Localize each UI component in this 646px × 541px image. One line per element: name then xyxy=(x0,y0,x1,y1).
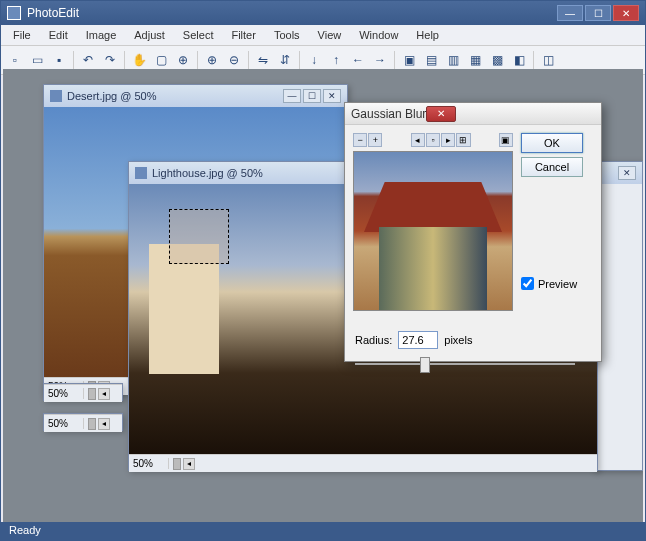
arrow-right-icon[interactable]: → xyxy=(370,50,390,70)
menu-filter[interactable]: Filter xyxy=(223,27,263,43)
menu-select[interactable]: Select xyxy=(175,27,222,43)
preview-checkbox-row[interactable]: Preview xyxy=(521,277,593,290)
radius-slider[interactable] xyxy=(355,355,575,373)
image-icon[interactable]: ▣ xyxy=(399,50,419,70)
menu-window[interactable]: Window xyxy=(351,27,406,43)
preview-grid-icon[interactable]: ⊞ xyxy=(456,133,470,147)
marquee-selection[interactable] xyxy=(169,209,229,264)
preview-nav-icon[interactable]: ▫ xyxy=(426,133,440,147)
open-icon[interactable]: ▭ xyxy=(27,50,47,70)
doc-titlebar-desert[interactable]: Desert.jpg @ 50% — ☐ ✕ xyxy=(44,85,347,107)
ok-button[interactable]: OK xyxy=(521,133,583,153)
mdi-workspace: Desert.jpg @ 50% — ☐ ✕ 50% ◂ 50% ◂ xyxy=(3,69,643,522)
dialog-body: − + ◂ ▫ ▸ ⊞ ▣ O xyxy=(345,125,601,319)
hscroll-left-icon[interactable]: ◂ xyxy=(183,458,195,470)
levels-icon[interactable]: ▤ xyxy=(421,50,441,70)
menu-file[interactable]: File xyxy=(5,27,39,43)
cancel-button[interactable]: Cancel xyxy=(521,157,583,177)
arrow-up-icon[interactable]: ↑ xyxy=(326,50,346,70)
minimize-button[interactable]: — xyxy=(557,5,583,21)
menu-adjust[interactable]: Adjust xyxy=(126,27,173,43)
dialog-title: Gaussian Blur xyxy=(351,107,426,121)
preview-image[interactable] xyxy=(353,151,513,311)
zoom-strip-1: 50% ◂ xyxy=(43,383,123,401)
preview-checkbox[interactable] xyxy=(521,277,534,290)
radius-input[interactable] xyxy=(398,331,438,349)
statusbar: Ready xyxy=(1,522,645,540)
redo-icon[interactable]: ↷ xyxy=(100,50,120,70)
doc-close-button[interactable]: ✕ xyxy=(618,166,636,180)
save-icon[interactable]: ▪ xyxy=(49,50,69,70)
zoom-out-icon[interactable]: ⊖ xyxy=(224,50,244,70)
controls-panel: OK Cancel Preview xyxy=(521,133,593,311)
app-titlebar[interactable]: PhotoEdit — ☐ ✕ xyxy=(1,1,645,25)
menu-edit[interactable]: Edit xyxy=(41,27,76,43)
doc-minimize-button[interactable]: — xyxy=(283,89,301,103)
arrow-left-icon[interactable]: ← xyxy=(348,50,368,70)
menubar: File Edit Image Adjust Select Filter Too… xyxy=(1,25,645,46)
zoom-level[interactable]: 50% xyxy=(44,418,84,429)
zoom-level[interactable]: 50% xyxy=(129,458,169,469)
radius-label: Radius: xyxy=(355,334,392,346)
dialog-params: Radius: pixels xyxy=(345,331,601,381)
menu-view[interactable]: View xyxy=(310,27,350,43)
maximize-button[interactable]: ☐ xyxy=(585,5,611,21)
slider-thumb[interactable] xyxy=(420,357,430,373)
dialog-titlebar[interactable]: Gaussian Blur ✕ xyxy=(345,103,601,125)
preview-nav-left-icon[interactable]: ◂ xyxy=(411,133,425,147)
layout-icon[interactable]: ◫ xyxy=(538,50,558,70)
hscroll-thumb[interactable] xyxy=(88,418,96,430)
zoom-strip-2: 50% ◂ xyxy=(43,413,123,431)
curves-icon[interactable]: ▥ xyxy=(443,50,463,70)
preview-nav-right-icon[interactable]: ▸ xyxy=(441,133,455,147)
undo-icon[interactable]: ↶ xyxy=(78,50,98,70)
zoom-level[interactable]: 50% xyxy=(44,388,84,399)
flip-h-icon[interactable]: ⇋ xyxy=(253,50,273,70)
swatch-icon[interactable]: ◧ xyxy=(509,50,529,70)
preview-zoom-out-icon[interactable]: − xyxy=(353,133,367,147)
hscroll-left-icon[interactable]: ◂ xyxy=(98,418,110,430)
arrow-down-icon[interactable]: ↓ xyxy=(304,50,324,70)
menu-help[interactable]: Help xyxy=(408,27,447,43)
doc-title: Desert.jpg @ 50% xyxy=(67,90,156,102)
main-window: PhotoEdit — ☐ ✕ File Edit Image Adjust S… xyxy=(0,0,646,541)
crosshair-icon[interactable]: ⊕ xyxy=(173,50,193,70)
doc-close-button[interactable]: ✕ xyxy=(323,89,341,103)
document-icon xyxy=(135,167,147,179)
hscroll-thumb[interactable] xyxy=(88,388,96,400)
preview-toolbar: − + ◂ ▫ ▸ ⊞ ▣ xyxy=(353,133,513,147)
new-icon[interactable]: ▫ xyxy=(5,50,25,70)
close-button[interactable]: ✕ xyxy=(613,5,639,21)
preview-panel: − + ◂ ▫ ▸ ⊞ ▣ xyxy=(353,133,513,311)
gaussian-blur-dialog: Gaussian Blur ✕ − + ◂ ▫ ▸ ⊞ ▣ xyxy=(344,102,602,362)
preview-roof xyxy=(364,182,502,232)
status-text: Ready xyxy=(9,524,41,536)
preview-label: Preview xyxy=(538,278,577,290)
marquee-icon[interactable]: ▢ xyxy=(151,50,171,70)
preview-lantern xyxy=(379,227,487,311)
doc-maximize-button[interactable]: ☐ xyxy=(303,89,321,103)
hand-icon[interactable]: ✋ xyxy=(129,50,149,70)
hscroll-left-icon[interactable]: ◂ xyxy=(98,388,110,400)
app-icon xyxy=(7,6,21,20)
slider-track xyxy=(355,363,575,365)
radius-unit: pixels xyxy=(444,334,472,346)
hscroll-thumb[interactable] xyxy=(173,458,181,470)
flip-v-icon[interactable]: ⇵ xyxy=(275,50,295,70)
grayscale-icon[interactable]: ▩ xyxy=(487,50,507,70)
doc-title: Lighthouse.jpg @ 50% xyxy=(152,167,263,179)
app-title: PhotoEdit xyxy=(27,6,79,20)
menu-tools[interactable]: Tools xyxy=(266,27,308,43)
histogram-icon[interactable]: ▦ xyxy=(465,50,485,70)
preview-fit-icon[interactable]: ▣ xyxy=(499,133,513,147)
doc-footer: 50% ◂ xyxy=(129,454,597,472)
dialog-close-button[interactable]: ✕ xyxy=(426,106,456,122)
preview-zoom-in-icon[interactable]: + xyxy=(368,133,382,147)
zoom-in-icon[interactable]: ⊕ xyxy=(202,50,222,70)
menu-image[interactable]: Image xyxy=(78,27,125,43)
document-icon xyxy=(50,90,62,102)
